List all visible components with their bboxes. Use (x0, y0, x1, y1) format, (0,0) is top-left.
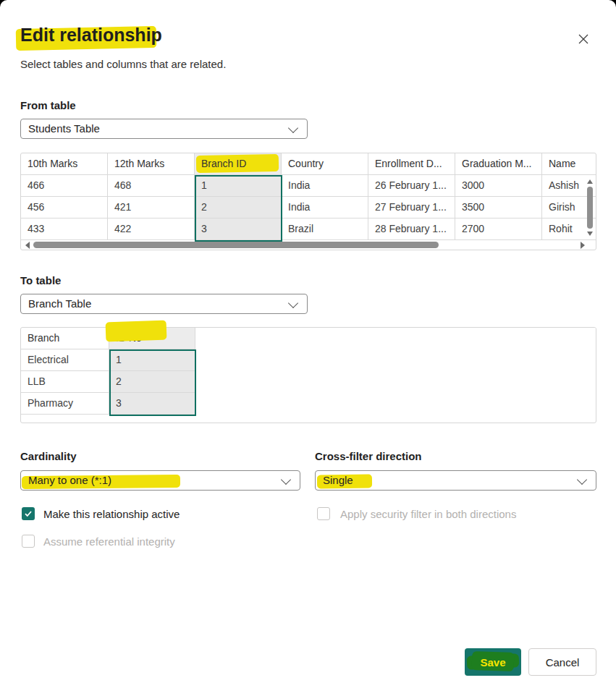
make-relationship-active-checkbox[interactable] (22, 507, 35, 520)
table-cell[interactable]: 456 (21, 197, 108, 218)
column-header[interactable]: 10th Marks (21, 153, 108, 175)
cardinality-value: Many to one (*:1) (28, 471, 111, 490)
table-cell[interactable]: 27 February 1... (368, 197, 455, 218)
chevron-down-icon (577, 475, 587, 485)
table-cell[interactable]: Brazil (282, 218, 368, 240)
from-table-preview: 10th Marks 12th Marks Branch ID Country … (20, 153, 596, 250)
table-cell-selected[interactable]: 2 (109, 371, 195, 393)
table-cell[interactable]: 26 February 1... (368, 175, 455, 197)
to-table-value: Branch Table (28, 294, 91, 313)
dialog-subtitle: Select tables and columns that are relat… (20, 58, 226, 70)
cardinality-dropdown[interactable]: Many to one (*:1) (20, 470, 300, 491)
table-cell[interactable]: LLB (21, 371, 109, 393)
column-header[interactable]: Name (542, 153, 596, 175)
chevron-down-icon (281, 475, 291, 485)
scroll-up-icon[interactable] (587, 179, 593, 184)
save-button[interactable]: Save (465, 648, 521, 676)
scroll-right-icon[interactable] (581, 242, 585, 249)
highlight-id-no (106, 321, 167, 342)
from-table-dropdown[interactable]: Students Table (20, 119, 308, 139)
column-header[interactable]: Country (282, 153, 368, 175)
table-cell-selected[interactable]: 3 (195, 218, 282, 240)
assume-referential-integrity-label: Assume referential integrity (43, 535, 175, 548)
table-cell[interactable]: 433 (21, 218, 108, 240)
table-cell[interactable]: 3000 (455, 175, 542, 197)
table-cell-selected[interactable]: 2 (195, 197, 282, 218)
empty-cell (195, 349, 596, 371)
assume-referential-integrity-checkbox[interactable] (22, 535, 35, 548)
table-cell-selected[interactable]: 3 (109, 393, 195, 415)
column-header[interactable]: Graduation M... (455, 153, 542, 175)
scroll-left-icon[interactable] (25, 242, 30, 249)
table-cell[interactable]: 468 (108, 175, 195, 197)
empty-cell (195, 393, 596, 415)
to-table-dropdown[interactable]: Branch Table (20, 294, 308, 314)
cross-filter-value: Single (323, 471, 353, 490)
close-button[interactable] (573, 29, 594, 49)
table-cell[interactable]: India (282, 197, 368, 218)
table-cell[interactable]: 421 (108, 197, 195, 218)
page-title: Edit relationship (20, 25, 162, 46)
scroll-down-icon[interactable] (587, 232, 593, 236)
cross-filter-label: Cross-filter direction (315, 450, 422, 462)
vertical-scrollbar[interactable] (587, 187, 593, 229)
cross-filter-dropdown[interactable]: Single (315, 470, 596, 491)
column-header[interactable]: 12th Marks (108, 153, 195, 175)
table-cell[interactable]: India (282, 175, 368, 197)
column-header[interactable]: Branch (21, 328, 109, 349)
make-relationship-active-label: Make this relationship active (43, 508, 180, 520)
table-cell[interactable]: Pharmacy (21, 393, 109, 415)
edit-relationship-dialog: Edit relationship Select tables and colu… (0, 0, 616, 696)
chevron-down-icon (288, 123, 298, 133)
table-cell[interactable]: Electrical (21, 349, 109, 371)
apply-security-filter-checkbox[interactable] (317, 507, 330, 520)
empty-cell (195, 328, 596, 349)
column-header[interactable]: Enrollment D... (368, 153, 455, 175)
table-cell[interactable]: 2700 (455, 218, 542, 240)
to-table-label: To table (20, 274, 61, 287)
table-cell-selected[interactable]: 1 (109, 349, 195, 371)
close-icon (577, 33, 590, 46)
table-cell[interactable]: 466 (21, 175, 108, 197)
from-table-value: Students Table (28, 119, 100, 138)
table-cell[interactable]: 3500 (455, 197, 542, 218)
from-table-label: From table (20, 99, 76, 111)
chevron-down-icon (288, 298, 298, 308)
horizontal-scrollbar[interactable] (33, 242, 439, 248)
table-cell[interactable]: 422 (108, 218, 195, 240)
apply-security-filter-label: Apply security filter in both directions (340, 508, 516, 520)
to-table-preview: Branch ID No Electrical 1 LLB 2 Pharmacy… (20, 327, 596, 423)
checkmark-icon (24, 509, 33, 518)
table-cell[interactable]: 28 February 1... (368, 218, 455, 240)
empty-cell (195, 371, 596, 393)
table-cell-selected[interactable]: 1 (195, 175, 282, 197)
cardinality-label: Cardinality (20, 450, 77, 462)
cancel-button[interactable]: Cancel (528, 648, 596, 676)
